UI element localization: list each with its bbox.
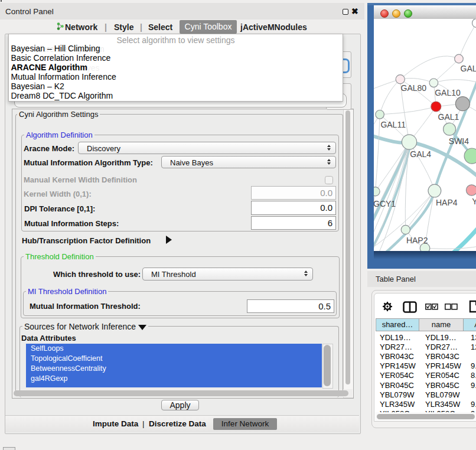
svg-text:HAP2: HAP2 <box>406 236 428 245</box>
svg-text:GAL4: GAL4 <box>410 149 431 159</box>
svg-text:GAL1: GAL1 <box>438 112 459 122</box>
svg-text:HAP4: HAP4 <box>436 198 458 207</box>
svg-text:GAL11: GAL11 <box>380 120 406 129</box>
svg-text:GAL7: GAL7 <box>461 64 476 73</box>
svg-text:Y: Y <box>472 197 476 206</box>
svg-text:GAL80: GAL80 <box>401 83 427 93</box>
svg-text:GCY1: GCY1 <box>374 199 396 208</box>
svg-text:SWI4: SWI4 <box>449 136 469 146</box>
svg-text:GAL10: GAL10 <box>435 88 461 97</box>
